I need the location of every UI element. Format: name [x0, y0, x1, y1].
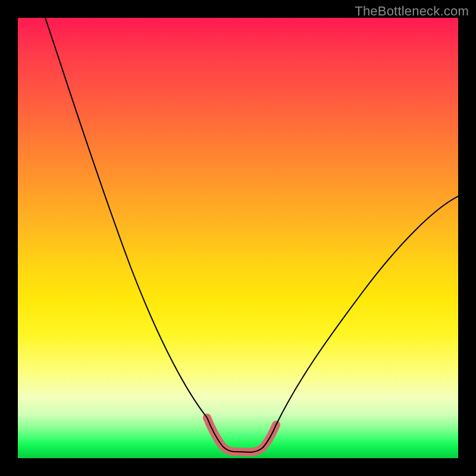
curve-svg	[18, 18, 458, 458]
watermark-text: TheBottleneck.com	[355, 4, 469, 19]
bottleneck-curve	[45, 18, 458, 452]
plot-area	[18, 18, 458, 458]
curve-highlight	[207, 418, 276, 452]
chart-frame: TheBottleneck.com	[0, 0, 476, 476]
